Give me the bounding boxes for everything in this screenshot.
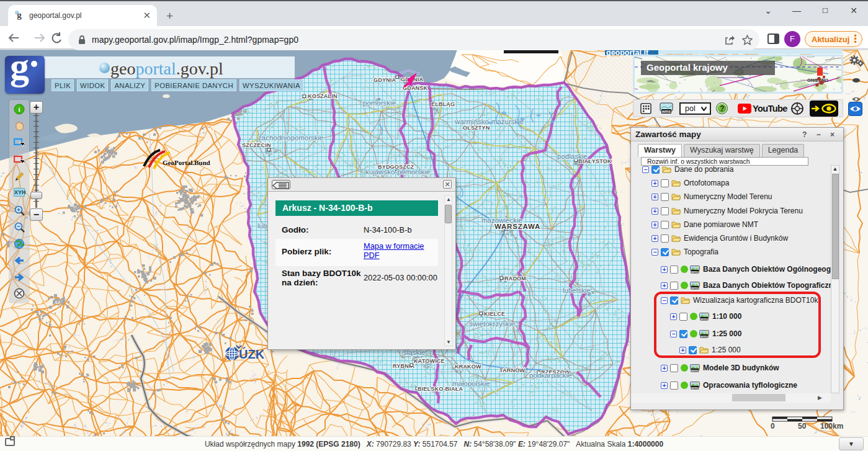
svg-text:50: 50	[798, 422, 807, 431]
svg-text:ELBLĄG: ELBLĄG	[431, 101, 455, 107]
svg-text:SZCZECIN: SZCZECIN	[242, 142, 271, 148]
svg-text:wms: wms	[691, 270, 699, 274]
svg-text:wms: wms	[661, 109, 671, 114]
svg-text:KATOWICE: KATOWICE	[414, 358, 445, 364]
svg-text:pomorskie: pomorskie	[363, 99, 396, 107]
svg-text:RADOM: RADOM	[504, 275, 526, 282]
svg-text:małopolskie: małopolskie	[452, 380, 490, 387]
svg-text:GDYNIA: GDYNIA	[374, 77, 396, 83]
svg-text:100km: 100km	[820, 422, 843, 431]
svg-text:podlaskie: podlaskie	[557, 153, 588, 160]
svg-text:OLSZTYN: OLSZTYN	[463, 125, 490, 131]
svg-text:warmińsko-mazurskie: warmińsko-mazurskie	[454, 118, 524, 125]
svg-text:wms: wms	[691, 368, 699, 372]
svg-text:WARSZAWA: WARSZAWA	[494, 223, 540, 230]
svg-text:0: 0	[771, 422, 775, 431]
svg-text:TARNÓW: TARNÓW	[499, 367, 525, 373]
svg-text:wms: wms	[691, 286, 699, 290]
svg-text:zachodniopomorskie: zachodniopomorskie	[258, 134, 323, 141]
svg-text:GeoPortal.Bund: GeoPortal.Bund	[163, 159, 210, 166]
svg-text:lubelskie: lubelskie	[563, 287, 591, 294]
svg-text:KOSZALIN: KOSZALIN	[308, 93, 338, 99]
svg-text:podkarpackie: podkarpackie	[529, 372, 571, 379]
svg-text:KRAKÓW: KRAKÓW	[455, 363, 481, 370]
svg-text:ÚZK: ÚZK	[239, 347, 265, 361]
svg-text:wms: wms	[691, 386, 699, 390]
svg-text:KIELCE: KIELCE	[484, 311, 505, 317]
svg-text:kujawsko-pomorskie: kujawsko-pomorskie	[365, 168, 430, 176]
svg-text:świętokrzyskie: świętokrzyskie	[469, 320, 515, 328]
svg-text:i: i	[18, 105, 20, 113]
